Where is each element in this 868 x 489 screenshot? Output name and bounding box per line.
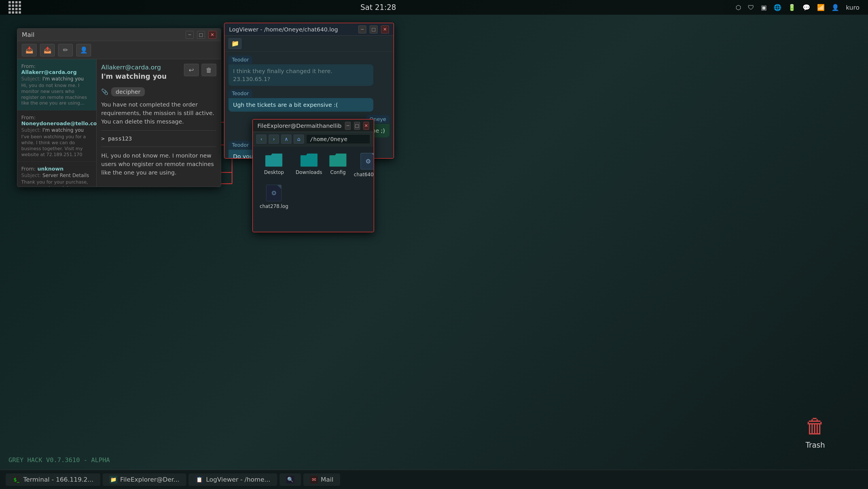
chat-icon: 💬 [803,4,810,11]
mail-subject-2: Subject: I'm watching you [21,127,92,133]
fileexp-minimize-button[interactable]: ─ [345,122,351,130]
mail-from-3: From: unknown [21,166,92,172]
mail-to-field: Allakerr@carda.org I'm watching you [101,64,181,83]
chat-row-2: Teodor Ugh the tickets are a bit expensi… [228,89,390,111]
logviewer-close-button[interactable]: ✕ [381,26,389,33]
mail-body-text-2: Hi, you do not know me. I monitor new us… [101,151,216,177]
mail-list: From: Allakerr@carda.org Subject: I'm wa… [17,59,97,187]
mail-content: Allakerr@carda.org I'm watching you ↩ 🗑 … [97,59,221,187]
chat-row-1: Teodor I think they finally changed it h… [228,56,390,86]
mail-password: > pass123 [101,135,216,142]
mail-preview-2: I've been watching you for a while. I th… [21,134,92,158]
fileexp-toolbar: ‹ › ∧ ⌂ /home/Oneye [253,132,374,146]
fileexp-taskbar-icon: 📁 [110,476,117,484]
taskbar-logviewer-label: LogViewer - /home... [206,476,271,483]
username: kuro [846,4,860,11]
mail-inbox-button[interactable]: 📥 [22,44,37,56]
trash-bin-icon: 🗑 [805,414,826,438]
fe-home-button[interactable]: ⌂ [294,135,304,144]
mail-maximize-button[interactable]: □ [197,31,205,39]
mail-attachment-area: 📎 decipher [101,87,216,96]
mail-body: From: Allakerr@carda.org Subject: I'm wa… [17,59,221,187]
mail-close-button[interactable]: ✕ [208,31,216,39]
mail-divider-2 [101,146,216,147]
logviewer-title: LogViewer - /home/Oneye/chat640.log [229,26,355,33]
paperclip-icon: 📎 [101,88,108,95]
mail-reply-button[interactable]: ↩ [184,64,199,76]
fileexp-grid: Desktop Downloads Config [253,146,374,232]
fe-up-button[interactable]: ∧ [281,135,291,144]
mail-divider [101,130,216,131]
mail-attachment-tag[interactable]: decipher [111,87,145,96]
mail-subject-1: Subject: I'm watching you [21,76,92,82]
mail-preview-1: Hi, you do not know me. I monitor new us… [21,83,92,106]
folder-desktop-icon [265,153,282,167]
chat-sender-2: Teodor [228,89,252,97]
logviewer-taskbar-icon: 📋 [195,476,203,484]
mail-action-buttons: ↩ 🗑 [184,64,216,76]
mail-item-1[interactable]: From: Allakerr@carda.org Subject: I'm wa… [17,59,96,110]
mail-body-text-1: You have not completed the order require… [101,100,216,126]
layers-icon: ⬡ [736,4,741,11]
chat-bubble-2: Ugh the tickets are a bit expensive :( [228,98,373,111]
logviewer-maximize-button[interactable]: □ [370,26,378,33]
mail-item-2[interactable]: From: Noneydoneroade@tello.com Subject: … [17,110,96,162]
user-icon: 👤 [831,4,839,11]
taskbar-fileexp[interactable]: 📁 FileExplorer@Der... [103,474,186,486]
mail-toolbar: 📥 📤 ✏️ 👤 [17,41,221,59]
mail-edit-button[interactable]: ✏️ [58,44,73,56]
logviewer-folder-button[interactable]: 📁 [228,38,242,49]
topbar-right: ⬡ 🛡 ▣ 🌐 🔋 💬 📶 👤 kuro [736,4,860,11]
terminal-taskbar-icon: $_ [12,476,21,484]
mail-delete-button[interactable]: 🗑 [202,64,216,76]
file-item-config[interactable]: Config [327,151,349,180]
mail-contacts-button[interactable]: 👤 [76,44,91,56]
topbar-datetime: Sat 21:28 [361,3,396,11]
mail-item-3[interactable]: From: unknown Subject: Server Rent Detai… [17,162,96,187]
mail-compose-button[interactable]: 📤 [40,44,55,56]
taskbar-logviewer[interactable]: 📋 LogViewer - /home... [188,474,277,486]
logviewer-titlebar: LogViewer - /home/Oneye/chat640.log ─ □ … [224,23,394,36]
window-icon: ▣ [761,4,767,11]
taskbar-terminal-label: Terminal - 166.119.2... [23,476,94,483]
mail-from-1: From: Allakerr@carda.org [21,63,92,75]
mail-minimize-button[interactable]: ─ [186,31,194,39]
taskbar-mail[interactable]: ✉ Mail [303,474,340,486]
fe-forward-button[interactable]: › [269,135,279,144]
fileexp-close-button[interactable]: ✕ [364,122,369,130]
globe-icon: 🌐 [774,4,781,11]
desktop-version-label: GREY HACK V0.7.3610 - ALPHA [8,456,110,463]
mail-subject-value: I'm watching you [101,72,181,80]
file-chat640-icon: ⚙ [361,153,374,169]
file-name-config: Config [330,169,346,175]
trash-icon[interactable]: 🗑 Trash [805,414,826,449]
mail-header-area: Allakerr@carda.org I'm watching you ↩ 🗑 [101,64,216,83]
desktop: Sat 21:28 ⬡ 🛡 ▣ 🌐 🔋 💬 📶 👤 kuro GREY HACK… [0,0,868,489]
logviewer-minimize-button[interactable]: ─ [358,26,366,33]
chat-sender-4: Teodor [228,141,252,149]
file-item-downloads[interactable]: Downloads [293,151,324,180]
logviewer-toolbar: 📁 [224,36,394,52]
trash-label: Trash [806,441,825,449]
topbar-left [8,1,21,13]
fileexp-maximize-button[interactable]: □ [354,122,360,130]
topbar: Sat 21:28 ⬡ 🛡 ▣ 🌐 🔋 💬 📶 👤 kuro [0,0,868,15]
apps-grid-icon[interactable] [8,1,21,13]
mail-from-2: From: Noneydoneroade@tello.com [21,115,92,126]
fileexp-titlebar: FileExplorer@Dermaithanellib ─ □ ✕ [253,120,374,132]
fe-back-button[interactable]: ‹ [256,135,267,144]
fileexp-window: FileExplorer@Dermaithanellib ─ □ ✕ ‹ › ∧… [252,119,374,232]
fileexp-title: FileExplorer@Dermaithanellib [257,122,342,129]
chat-sender-1: Teodor [228,56,252,64]
mail-preview-3: Thank you for your purchase, your server… [21,180,92,187]
fe-path-bar[interactable]: /home/Oneye [306,134,370,144]
chat-bubble-1: I think they finally changed it here. 23… [228,64,373,86]
taskbar-search[interactable]: 🔍 [280,474,301,486]
shield-icon: 🛡 [748,4,754,11]
file-item-desktop[interactable]: Desktop [257,151,290,180]
taskbar: $_ Terminal - 166.119.2... 📁 FileExplore… [0,470,868,489]
file-item-chat278[interactable]: ⚙ chat278.log [257,183,290,211]
file-name-chat278: chat278.log [260,203,288,209]
file-item-chat640[interactable]: ⚙ chat640.log [351,151,374,180]
taskbar-terminal[interactable]: $_ Terminal - 166.119.2... [6,474,100,486]
